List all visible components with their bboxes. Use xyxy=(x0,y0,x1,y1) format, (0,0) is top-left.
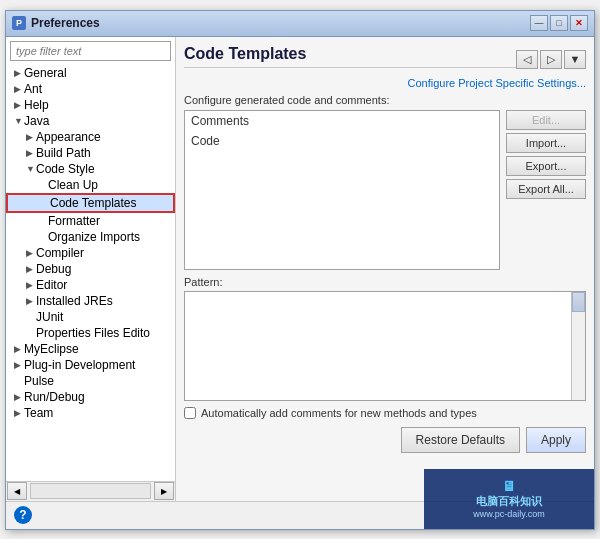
apply-button[interactable]: Apply xyxy=(526,427,586,453)
arrow-installed-jres xyxy=(26,296,36,306)
arrow-run-debug xyxy=(14,392,24,402)
arrow-build-path xyxy=(26,148,36,158)
tree-area: General Ant Help Java xyxy=(6,65,175,481)
arrow-myeclipse xyxy=(14,344,24,354)
sidebar-item-formatter[interactable]: Formatter xyxy=(6,213,175,229)
sidebar-item-properties-files[interactable]: Properties Files Edito xyxy=(6,325,175,341)
sidebar-item-label: Clean Up xyxy=(48,178,98,192)
window-controls: — □ ✕ xyxy=(530,15,588,31)
sidebar-item-label: Debug xyxy=(36,262,71,276)
watermark-url: www.pc-daily.com xyxy=(473,509,544,519)
sidebar-item-label: Compiler xyxy=(36,246,84,260)
sidebar-item-label: Installed JREs xyxy=(36,294,113,308)
sidebar-item-label: Team xyxy=(24,406,53,420)
sidebar-item-label: General xyxy=(24,66,67,80)
sidebar-item-help[interactable]: Help xyxy=(6,97,175,113)
sidebar-item-label: Formatter xyxy=(48,214,100,228)
templates-buttons: Edit... Import... Export... Export All..… xyxy=(506,110,586,270)
arrow-general xyxy=(14,68,24,78)
window-icon: P xyxy=(12,16,26,30)
export-all-button[interactable]: Export All... xyxy=(506,179,586,199)
sidebar-item-label: Organize Imports xyxy=(48,230,140,244)
auto-comments-checkbox[interactable] xyxy=(184,407,196,419)
configure-label: Configure generated code and comments: xyxy=(184,94,586,106)
sidebar-bottom: ◀ ▶ xyxy=(6,481,175,501)
templates-section: Comments Code Edit... Import... Export..… xyxy=(184,110,586,270)
nav-menu-button[interactable]: ▼ xyxy=(564,50,586,69)
sidebar-item-label: Properties Files Edito xyxy=(36,326,150,340)
maximize-button[interactable]: □ xyxy=(550,15,568,31)
template-item-comments[interactable]: Comments xyxy=(185,111,499,131)
sidebar-item-plugin-dev[interactable]: Plug-in Development xyxy=(6,357,175,373)
arrow-plugin-dev xyxy=(14,360,24,370)
templates-list[interactable]: Comments Code xyxy=(184,110,500,270)
title-bar: P Preferences — □ ✕ xyxy=(6,11,594,37)
sidebar-forward-button[interactable]: ▶ xyxy=(154,482,174,500)
arrow-compiler xyxy=(26,248,36,258)
configure-link-container: Configure Project Specific Settings... xyxy=(184,76,586,90)
sidebar-item-code-style[interactable]: Code Style xyxy=(6,161,175,177)
sidebar-item-label: Build Path xyxy=(36,146,91,160)
sidebar-back-button[interactable]: ◀ xyxy=(7,482,27,500)
pattern-scrollbar-thumb xyxy=(572,292,585,312)
search-input[interactable] xyxy=(10,41,171,61)
sidebar-item-appearance[interactable]: Appearance xyxy=(6,129,175,145)
pattern-area xyxy=(184,291,586,401)
sidebar-item-label: MyEclipse xyxy=(24,342,79,356)
sidebar-item-compiler[interactable]: Compiler xyxy=(6,245,175,261)
sidebar-item-build-path[interactable]: Build Path xyxy=(6,145,175,161)
arrow-team xyxy=(14,408,24,418)
nav-forward-button[interactable]: ▷ xyxy=(540,50,562,69)
pattern-label: Pattern: xyxy=(184,276,586,288)
watermark-icon: 🖥 xyxy=(502,478,516,494)
sidebar-item-label: Help xyxy=(24,98,49,112)
sidebar-item-clean-up[interactable]: Clean Up xyxy=(6,177,175,193)
sidebar-item-label: Editor xyxy=(36,278,67,292)
panel-title: Code Templates xyxy=(184,45,516,68)
sidebar-item-run-debug[interactable]: Run/Debug xyxy=(6,389,175,405)
sidebar-item-team[interactable]: Team xyxy=(6,405,175,421)
sidebar-item-label: Pulse xyxy=(24,374,54,388)
sidebar-item-installed-jres[interactable]: Installed JREs xyxy=(6,293,175,309)
sidebar-item-label: Code Templates xyxy=(50,196,137,210)
sidebar-item-label: Plug-in Development xyxy=(24,358,135,372)
minimize-button[interactable]: — xyxy=(530,15,548,31)
arrow-debug xyxy=(26,264,36,274)
sidebar-item-label: Appearance xyxy=(36,130,101,144)
pattern-scrollbar[interactable] xyxy=(571,292,585,400)
right-panel: Code Templates ◁ ▷ ▼ Configure Project S… xyxy=(176,37,594,501)
sidebar-item-label: Ant xyxy=(24,82,42,96)
arrow-appearance xyxy=(26,132,36,142)
sidebar-item-junit[interactable]: JUnit xyxy=(6,309,175,325)
sidebar-item-code-templates[interactable]: Code Templates xyxy=(6,193,175,213)
nav-back-button[interactable]: ◁ xyxy=(516,50,538,69)
auto-comments-label: Automatically add comments for new metho… xyxy=(201,407,477,419)
bottom-buttons: Restore Defaults Apply xyxy=(184,427,586,453)
sidebar: General Ant Help Java xyxy=(6,37,176,501)
export-button[interactable]: Export... xyxy=(506,156,586,176)
sidebar-item-java[interactable]: Java xyxy=(6,113,175,129)
edit-button[interactable]: Edit... xyxy=(506,110,586,130)
sidebar-scrollbar[interactable] xyxy=(30,483,151,499)
arrow-java xyxy=(14,116,24,126)
template-item-code[interactable]: Code xyxy=(185,131,499,151)
sidebar-item-label: Run/Debug xyxy=(24,390,85,404)
sidebar-item-organize-imports[interactable]: Organize Imports xyxy=(6,229,175,245)
window-title: Preferences xyxy=(31,16,530,30)
restore-defaults-button[interactable]: Restore Defaults xyxy=(401,427,520,453)
arrow-code-style xyxy=(26,164,36,174)
watermark: 🖥 电脑百科知识 www.pc-daily.com xyxy=(424,469,594,529)
sidebar-item-debug[interactable]: Debug xyxy=(6,261,175,277)
close-button[interactable]: ✕ xyxy=(570,15,588,31)
sidebar-item-myeclipse[interactable]: MyEclipse xyxy=(6,341,175,357)
sidebar-item-pulse[interactable]: Pulse xyxy=(6,373,175,389)
sidebar-item-editor[interactable]: Editor xyxy=(6,277,175,293)
main-content: General Ant Help Java xyxy=(6,37,594,501)
help-button[interactable]: ? xyxy=(14,506,32,524)
sidebar-item-label: Java xyxy=(24,114,49,128)
sidebar-item-ant[interactable]: Ant xyxy=(6,81,175,97)
import-button[interactable]: Import... xyxy=(506,133,586,153)
sidebar-item-general[interactable]: General xyxy=(6,65,175,81)
configure-project-link[interactable]: Configure Project Specific Settings... xyxy=(407,77,586,89)
arrow-help xyxy=(14,100,24,110)
